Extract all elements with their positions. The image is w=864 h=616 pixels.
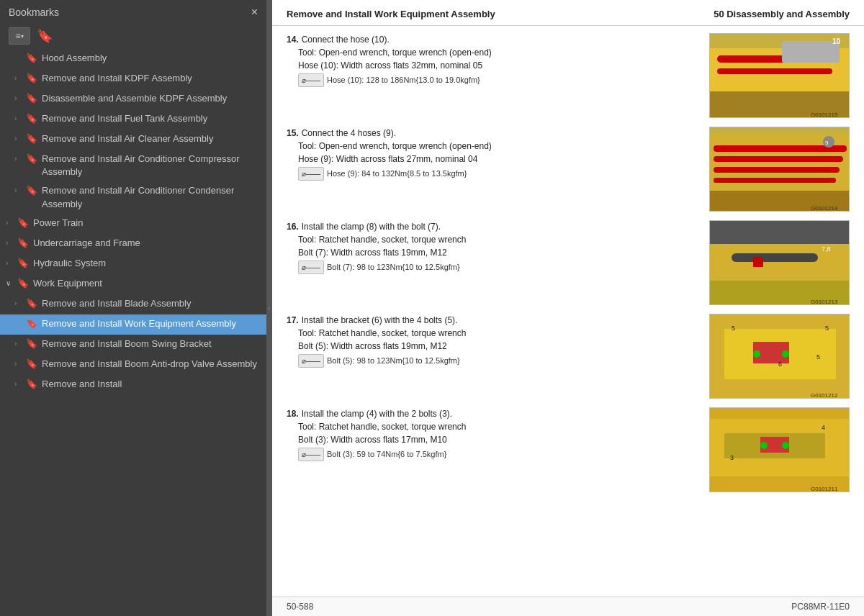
step-tool: Tool: Open-end wrench, torque wrench (op… <box>298 46 698 59</box>
item-label: Work Equipment <box>33 277 264 290</box>
list-item[interactable]: › 🔖 Remove and Install <box>0 375 266 395</box>
step-17-image: 5 5 6 5 G0101212 <box>709 314 850 399</box>
step-17-text: 17.Install the bracket (6) with the 4 bo… <box>287 314 698 368</box>
list-item-selected[interactable]: › 🔖 Remove and Install Work Equipment As… <box>0 314 266 335</box>
torque-icon: ⌀—— <box>298 167 324 181</box>
item-label: Disassemble and Assemble KDPF Assembly <box>42 92 264 105</box>
svg-text:G0101215: G0101215 <box>811 112 838 118</box>
step-num: 14. <box>287 35 299 45</box>
expand-arrow-icon: › <box>14 114 24 123</box>
step-15-image: 9 G0101214 <box>709 127 850 212</box>
svg-text:6: 6 <box>778 361 782 368</box>
torque-value: Bolt (5): 98 to 123Nm{10 to 12.5kgfm} <box>327 355 460 367</box>
svg-point-29 <box>753 350 760 358</box>
item-label: Hood Assembly <box>42 52 264 65</box>
expand-arrow-icon: › <box>14 134 24 143</box>
view-options-button[interactable]: ≡ ▾ <box>9 27 30 45</box>
svg-rect-21 <box>753 257 763 267</box>
svg-text:G0101213: G0101213 <box>811 299 838 305</box>
bookmark-leaf-icon: 🔖 <box>26 93 37 105</box>
item-label: Remove and Install KDPF Assembly <box>42 72 264 85</box>
step-title: Install the clamp (4) with the 2 bolts (… <box>302 409 452 419</box>
step-tool: Tool: Open-end wrench, torque wrench (op… <box>298 140 698 153</box>
step-detail: Bolt (5): Width across flats 19mm, M12 <box>298 340 698 353</box>
step-num: 16. <box>287 222 299 232</box>
list-item[interactable]: › 🔖 Undercarriage and Frame <box>0 234 266 254</box>
step-title: Install the bracket (6) with the 4 bolts… <box>302 315 458 325</box>
list-item[interactable]: › 🔖 Remove and Install Blade Assembly <box>0 294 266 314</box>
item-label: Remove and Install Boom Swing Bracket <box>42 338 264 350</box>
page-footer-right: PC88MR-11E0 <box>791 602 850 612</box>
step-torque: ⌀—— Bolt (3): 59 to 74Nm{6 to 7.5kgfm} <box>298 448 698 461</box>
item-label: Remove and Install Fuel Tank Assembly <box>42 112 264 125</box>
page-content: 14.Connect the hose (10). Tool: Open-end… <box>272 26 864 597</box>
bookmark-leaf-icon: 🔖 <box>26 133 37 145</box>
bookmark-leaf-icon: 🔖 <box>26 113 37 125</box>
step-16-image: 7,8 G0101213 <box>709 220 850 305</box>
step-14-row: 14.Connect the hose (10). Tool: Open-end… <box>287 33 850 118</box>
svg-text:7,8: 7,8 <box>822 245 831 253</box>
list-item[interactable]: › 🔖 Remove and Install Air Conditioner C… <box>0 150 266 181</box>
list-item[interactable]: › 🔖 Power Train <box>0 214 266 234</box>
step-num: 17. <box>287 315 299 325</box>
list-item[interactable]: ∨ 🔖 Work Equipment <box>0 274 266 294</box>
svg-text:5: 5 <box>816 353 820 361</box>
expand-arrow-icon: › <box>14 359 24 368</box>
svg-rect-11 <box>714 156 843 162</box>
bookmark-leaf-icon: 🔖 <box>17 217 29 230</box>
step-torque: ⌀—— Bolt (5): 98 to 123Nm{10 to 12.5kgfm… <box>298 354 698 368</box>
close-button[interactable]: × <box>251 6 258 19</box>
torque-value: Bolt (3): 59 to 74Nm{6 to 7.5kgfm} <box>327 448 446 461</box>
step-detail: Bolt (3): Width across flats 17mm, M10 <box>298 433 698 446</box>
item-label: Remove and Install Boom Anti-drop Valve … <box>42 358 264 371</box>
list-item[interactable]: › 🔖 Disassemble and Assemble KDPF Assemb… <box>0 89 266 109</box>
svg-text:3: 3 <box>730 454 734 461</box>
expand-arrow-icon: › <box>6 258 16 268</box>
list-item[interactable]: › 🔖 Remove and Install Boom Swing Bracke… <box>0 335 266 355</box>
step-tool: Tool: Ratchet handle, socket, torque wre… <box>298 327 698 340</box>
bookmark-icon: 🔖 <box>37 28 53 44</box>
expand-arrow-icon: › <box>6 218 16 227</box>
list-item[interactable]: › 🔖 Remove and Install Fuel Tank Assembl… <box>0 109 266 130</box>
svg-text:9: 9 <box>825 140 829 146</box>
torque-icon: ⌀—— <box>298 73 324 87</box>
svg-rect-20 <box>732 253 818 262</box>
view-options-icon: ≡ <box>15 31 20 41</box>
page-header: Remove and Install Work Equipment Assemb… <box>272 0 864 26</box>
page-header-left: Remove and Install Work Equipment Assemb… <box>287 9 495 19</box>
bookmark-leaf-icon: 🔖 <box>26 298 37 310</box>
item-label: Remove and Install Air Conditioner Conde… <box>42 184 264 210</box>
bookmark-tree: 🔖 Hood Assembly › 🔖 Remove and Install K… <box>0 49 266 616</box>
list-item[interactable]: › 🔖 Remove and Install Boom Anti-drop Va… <box>0 355 266 375</box>
list-item[interactable]: › 🔖 Remove and Install KDPF Assembly <box>0 69 266 89</box>
list-item[interactable]: › 🔖 Remove and Install Air Cleaner Assem… <box>0 130 266 150</box>
item-label: Undercarriage and Frame <box>33 237 264 250</box>
step-detail: Hose (10): Width across flats 32mm, nomi… <box>298 59 698 72</box>
svg-text:4: 4 <box>822 424 825 431</box>
panel-resize-handle[interactable]: ‹ <box>266 0 272 616</box>
step-detail: Hose (9): Width across flats 27mm, nomin… <box>298 153 698 166</box>
item-label: Remove and Install Blade Assembly <box>42 297 264 310</box>
svg-text:G0101211: G0101211 <box>811 486 838 492</box>
item-label: Hydraulic System <box>33 257 264 270</box>
step-18-row: 18.Install the clamp (4) with the 2 bolt… <box>287 407 850 492</box>
list-item[interactable]: › 🔖 Remove and Install Air Conditioner C… <box>0 181 266 213</box>
expand-arrow-icon: › <box>14 299 24 308</box>
svg-rect-12 <box>714 167 840 173</box>
page-footer-left: 50-588 <box>287 602 313 612</box>
svg-text:10: 10 <box>832 37 841 45</box>
svg-rect-23 <box>710 221 850 244</box>
bookmark-leaf-icon: 🔖 <box>26 73 37 85</box>
svg-point-30 <box>782 350 789 358</box>
torque-icon: ⌀—— <box>298 448 324 461</box>
bookmarks-title: Bookmarks <box>9 6 59 18</box>
step-17-row: 17.Install the bracket (6) with the 4 bo… <box>287 314 850 399</box>
step-16-row: 16.Install the clamp (8) with the bolt (… <box>287 220 850 305</box>
list-item[interactable]: › 🔖 Hydraulic System <box>0 254 266 274</box>
bookmark-icon-button[interactable]: 🔖 <box>36 27 53 45</box>
bookmark-leaf-icon: 🔖 <box>26 338 37 350</box>
svg-point-40 <box>760 442 768 449</box>
list-item[interactable]: 🔖 Hood Assembly <box>0 49 266 69</box>
bookmark-leaf-icon: 🔖 <box>17 258 29 270</box>
item-label: Remove and Install Air Cleaner Assembly <box>42 132 264 145</box>
